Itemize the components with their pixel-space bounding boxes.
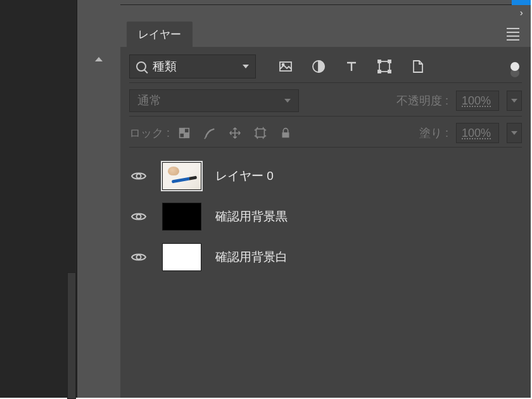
svg-rect-8 — [180, 129, 184, 133]
layer-row[interactable]: 確認用背景黒 — [129, 201, 522, 232]
layers-list: レイヤー 0 確認用背景黒 — [129, 160, 522, 273]
layer-name[interactable]: 確認用背景白 — [215, 249, 288, 265]
shape-layer-filter-icon[interactable] — [376, 58, 393, 75]
lock-label: ロック : — [129, 125, 170, 141]
fill-value-input[interactable]: 100% — [456, 123, 499, 143]
filter-type-icons — [277, 58, 426, 75]
canvas-scrollbar[interactable] — [67, 272, 76, 399]
lock-position-icon[interactable] — [228, 126, 242, 140]
svg-point-14 — [137, 174, 141, 179]
pixel-layer-filter-icon[interactable] — [277, 58, 294, 75]
visibility-toggle[interactable] — [129, 211, 148, 222]
collapse-chevrons-icon[interactable]: ›› — [520, 8, 521, 18]
layer-filter-dropdown[interactable]: 種類 — [129, 54, 256, 79]
blend-row: 通常 不透明度 : 100% — [129, 89, 522, 112]
layer-thumbnail[interactable] — [162, 243, 201, 271]
smartobject-filter-icon[interactable] — [409, 58, 426, 75]
type-layer-filter-icon[interactable] — [343, 58, 360, 75]
svg-rect-4 — [378, 60, 381, 63]
panel-body: 種類 — [120, 47, 531, 398]
svg-point-15 — [137, 215, 141, 219]
fill-dropdown[interactable] — [507, 123, 522, 143]
svg-point-1 — [282, 64, 284, 66]
chevron-down-icon — [243, 65, 249, 68]
visibility-toggle[interactable] — [129, 251, 148, 263]
svg-point-16 — [137, 255, 141, 260]
filter-toggle-switch[interactable] — [510, 62, 519, 71]
opacity-dropdown[interactable] — [507, 91, 522, 111]
blend-mode-dropdown[interactable]: 通常 — [129, 89, 299, 112]
svg-rect-12 — [256, 129, 265, 137]
layer-name[interactable]: 確認用背景黒 — [215, 208, 288, 225]
lock-row: ロック : — [129, 123, 522, 143]
svg-rect-6 — [378, 70, 381, 73]
blend-mode-value: 通常 — [137, 92, 162, 109]
divider — [129, 147, 522, 148]
opacity-value-input[interactable]: 100% — [456, 91, 499, 111]
svg-rect-7 — [388, 70, 391, 73]
tab-layers[interactable]: レイヤー — [127, 22, 193, 47]
app-frame: ›› レイヤー 種類 — [0, 0, 531, 398]
filter-value: 種類 — [153, 58, 177, 75]
svg-rect-13 — [282, 132, 289, 137]
fill-label: 塗り : — [419, 125, 448, 141]
canvas-area — [0, 0, 77, 398]
layer-name[interactable]: レイヤー 0 — [215, 168, 274, 184]
lock-pixels-icon[interactable] — [203, 126, 217, 140]
adjustment-layer-filter-icon[interactable] — [310, 58, 327, 75]
opacity-label: 不透明度 : — [396, 93, 448, 108]
divider — [129, 116, 522, 117]
lock-transparency-icon[interactable] — [177, 126, 191, 140]
lock-icons — [177, 126, 293, 140]
layer-thumbnail[interactable] — [162, 203, 201, 231]
layer-thumbnail[interactable] — [162, 162, 201, 190]
lock-artboard-icon[interactable] — [253, 126, 267, 140]
panel-menu-button[interactable] — [507, 28, 519, 41]
search-icon — [136, 61, 146, 72]
svg-rect-11 — [180, 133, 184, 137]
svg-rect-10 — [184, 129, 189, 133]
svg-rect-9 — [184, 133, 189, 137]
layer-row[interactable]: 確認用背景白 — [129, 241, 522, 273]
divider — [129, 82, 522, 83]
layers-panel: ›› レイヤー 種類 — [120, 5, 531, 398]
panel-header: ›› レイヤー — [120, 11, 531, 47]
chevron-down-icon — [284, 99, 291, 103]
svg-rect-5 — [388, 60, 391, 63]
lock-all-icon[interactable] — [279, 126, 293, 140]
tab-label: レイヤー — [138, 27, 181, 42]
filter-row: 種類 — [129, 54, 522, 79]
panel-gutter — [77, 0, 120, 398]
visibility-toggle[interactable] — [129, 170, 148, 182]
layer-row[interactable]: レイヤー 0 — [129, 160, 522, 192]
collapse-up-icon[interactable] — [95, 57, 103, 61]
